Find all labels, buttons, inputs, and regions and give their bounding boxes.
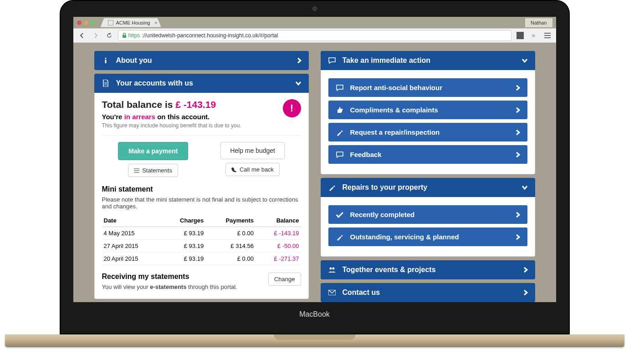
svg-rect-0	[123, 35, 126, 38]
panel-contact-us[interactable]: Contact us	[321, 283, 535, 302]
receiving-title: Receiving my statements	[102, 273, 237, 281]
window-traffic-lights[interactable]	[77, 20, 95, 25]
chevron-right-icon	[516, 129, 520, 136]
panel-accounts[interactable]: Your accounts with us	[94, 74, 309, 93]
close-window-icon[interactable]	[77, 20, 82, 25]
panel-immediate-action[interactable]: Take an immediate action	[321, 51, 535, 70]
chevron-right-icon	[523, 267, 528, 273]
menu-icon[interactable]	[542, 30, 552, 40]
browser-tab[interactable]: ACME Housing ×	[101, 18, 161, 27]
laptop-notch	[274, 334, 356, 340]
cell-balance: £ -271.37	[256, 253, 301, 265]
mini-statement-note: Please note that the mini statement is n…	[102, 196, 301, 210]
laptop-base	[5, 334, 624, 347]
chevron-right-icon	[516, 152, 520, 158]
cell-balance: £ -143.19	[256, 227, 301, 240]
action-recently-completed[interactable]: Recently completed	[328, 205, 527, 224]
panel-together-events[interactable]: Together events & projects	[321, 260, 535, 279]
chevron-down-icon	[522, 58, 528, 63]
action-label: Request a repair/inspection	[350, 128, 440, 136]
action-report-anti-social-behaviour[interactable]: Report anti-social behaviour	[328, 78, 527, 97]
total-balance-amount: £ -143.19	[175, 99, 216, 110]
chevron-right-icon	[516, 212, 520, 218]
laptop-bezel: ACME Housing × Nathan	[60, 0, 570, 334]
table-row: 4 May 2015£ 93.19£ 0.00£ -143.19	[102, 227, 301, 240]
cell-charges: £ 93.19	[162, 253, 205, 265]
profile-chip[interactable]: Nathan	[525, 18, 552, 27]
col-date: Date	[102, 214, 163, 227]
call-me-back-button[interactable]: Call me back	[225, 163, 280, 176]
col-payments: Payments	[205, 214, 256, 227]
action-outstanding-servicing-planned[interactable]: Outstanding, servicing & planned	[328, 228, 527, 246]
svg-point-4	[105, 58, 106, 59]
page-viewport: About you Your accounts with us	[73, 43, 556, 302]
chevron-right-icon	[523, 289, 528, 296]
back-button[interactable]	[77, 30, 87, 40]
phone-icon	[231, 167, 237, 172]
thumbs-icon	[336, 106, 344, 114]
right-column: Take an immediate action Report anti-soc…	[321, 47, 535, 302]
chevron-right-icon	[516, 85, 520, 91]
total-balance-label: Total balance is	[102, 99, 176, 110]
wrench-icon	[328, 184, 336, 191]
balance-fineprint: This figure may include housing benefit …	[102, 122, 241, 129]
chevron-down-icon	[295, 81, 302, 86]
favicon-icon	[108, 20, 113, 25]
translate-icon[interactable]	[515, 30, 525, 40]
help-budget-button[interactable]: Help me budget	[220, 142, 285, 159]
change-button[interactable]: Change	[268, 273, 301, 286]
cell-balance: £ -50.00	[256, 240, 301, 253]
tab-title: ACME Housing	[116, 20, 150, 25]
maximize-window-icon[interactable]	[91, 20, 95, 25]
left-column: About you Your accounts with us	[94, 47, 309, 302]
immediate-action-list: Report anti-social behaviourCompliments …	[321, 70, 535, 174]
mini-statement-title: Mini statement	[102, 185, 301, 193]
panel-title: Take an immediate action	[343, 56, 431, 65]
cell-payments: £ 314.56	[205, 240, 256, 253]
forward-button[interactable]	[91, 30, 101, 40]
address-bar[interactable]: https ://unitedwelsh-panconnect.housing-…	[118, 30, 511, 41]
check-icon	[336, 212, 344, 218]
action-label: Feedback	[350, 151, 382, 158]
action-compliments-complaints[interactable]: Compliments & complaints	[328, 101, 527, 119]
minimize-window-icon[interactable]	[84, 20, 88, 25]
url-bar: https ://unitedwelsh-panconnect.housing-…	[73, 28, 556, 43]
statements-button[interactable]: Statements	[128, 164, 178, 177]
arrears-status: in arrears	[124, 113, 155, 121]
cell-date: 20 April 2015	[102, 253, 163, 265]
close-tab-icon[interactable]: ×	[154, 20, 157, 25]
document-icon	[102, 80, 110, 87]
cell-charges: £ 93.19	[162, 227, 205, 240]
panel-title: Together events & projects	[343, 266, 436, 274]
table-row: 27 April 2015£ 93.19£ 314.56£ -50.00	[102, 240, 301, 253]
panel-title: Contact us	[343, 288, 380, 297]
wrench-icon	[336, 129, 344, 136]
lock-icon	[122, 33, 127, 38]
col-balance: Balance	[256, 214, 301, 227]
webcam-icon	[312, 6, 317, 11]
bookmark-star-icon[interactable]: ★	[529, 30, 539, 40]
action-label: Recently completed	[350, 211, 415, 218]
action-label: Outstanding, servicing & planned	[350, 233, 459, 241]
people-icon	[328, 267, 336, 273]
url-path: ://unitedwelsh-panconnect.housing-insigh…	[142, 32, 278, 39]
chevron-down-icon	[522, 185, 528, 190]
url-protocol: https	[128, 32, 140, 39]
panel-repairs[interactable]: Repairs to your property	[321, 178, 535, 197]
cell-date: 4 May 2015	[102, 227, 163, 240]
screen: ACME Housing × Nathan	[73, 17, 556, 302]
panel-title: About you	[116, 56, 152, 65]
cell-charges: £ 93.19	[162, 240, 205, 253]
repairs-list: Recently completedOutstanding, servicing…	[321, 197, 535, 257]
action-request-a-repair-inspection[interactable]: Request a repair/inspection	[328, 123, 527, 142]
cell-date: 27 April 2015	[102, 240, 163, 253]
make-payment-button[interactable]: Make a payment	[118, 142, 188, 160]
col-charges: Charges	[162, 214, 205, 227]
mini-statement-table: Date Charges Payments Balance 4 May 2015…	[102, 214, 301, 265]
panel-about-you[interactable]: About you	[94, 51, 309, 70]
action-label: Report anti-social behaviour	[350, 84, 443, 91]
accounts-body: Total balance is £ -143.19 You're in arr…	[94, 93, 309, 299]
reload-button[interactable]	[104, 30, 114, 40]
action-feedback[interactable]: Feedback	[328, 145, 527, 164]
table-row: 20 April 2015£ 93.19£ 0.00£ -271.37	[102, 253, 301, 265]
